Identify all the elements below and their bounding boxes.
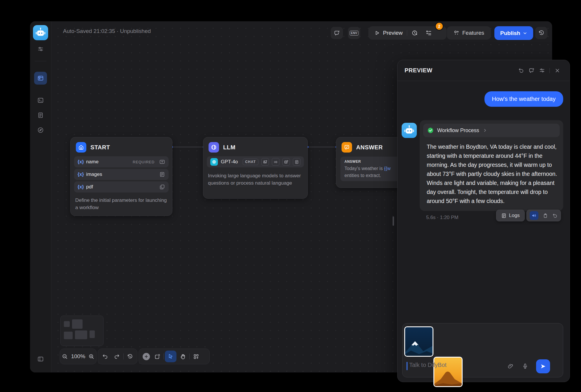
variable-braces-icon: {x}	[78, 172, 84, 177]
minimap-node	[64, 332, 73, 339]
toolbar-divider	[163, 354, 164, 359]
run-toolbar: Preview	[368, 26, 447, 40]
sidebar	[30, 21, 51, 372]
env-icon: ENV	[350, 31, 358, 36]
copy-button[interactable]	[542, 213, 548, 218]
chat-input[interactable]	[409, 361, 497, 369]
start-field-images: {x} images	[74, 169, 169, 180]
start-node-title: START	[90, 144, 110, 151]
zoom-in-button[interactable]	[86, 351, 96, 362]
app-avatar[interactable]	[33, 25, 48, 40]
window-icon	[37, 75, 44, 81]
redo-button[interactable]	[112, 351, 122, 362]
zoom-level[interactable]: 100%	[70, 353, 87, 360]
workflow-settings-button[interactable]	[34, 43, 47, 55]
template-variable: {{w	[384, 166, 391, 171]
chat-input-container	[402, 323, 563, 377]
llm-node-icon-wrap	[209, 142, 219, 153]
note-plus-icon	[154, 354, 160, 360]
attach-file-button[interactable]	[505, 361, 516, 371]
answer-node-icon-wrap	[342, 142, 352, 153]
refresh-icon	[518, 67, 524, 74]
hand-mode-button[interactable]	[178, 351, 188, 362]
change-history-button[interactable]	[125, 351, 135, 362]
mic-icon	[522, 363, 528, 369]
toolbar-divider	[189, 354, 190, 359]
undo-button[interactable]	[100, 351, 111, 362]
user-message-bubble: How's the weather today	[484, 91, 563, 107]
variable-braces-icon: {x}	[78, 159, 84, 164]
organize-nodes-button[interactable]	[191, 351, 201, 362]
zoom-in-icon	[88, 354, 94, 360]
field-name: name	[86, 159, 130, 165]
cursor-icon	[168, 354, 174, 359]
openai-logo	[210, 158, 218, 166]
send-button[interactable]	[536, 359, 550, 373]
attached-image-1[interactable]	[404, 326, 433, 357]
grid-plus-icon	[193, 354, 199, 360]
compass-icon	[37, 127, 44, 133]
text-caret	[407, 362, 407, 370]
document-capability-icon	[293, 158, 300, 166]
zoom-out-button[interactable]	[60, 351, 70, 362]
run-history-icon	[412, 30, 418, 36]
add-note-button[interactable]	[152, 351, 162, 362]
new-conversation-button[interactable]	[526, 65, 537, 76]
bot-avatar	[402, 123, 417, 138]
open-chat-button[interactable]	[331, 27, 343, 39]
llm-node-description: Invoking large language models to answer…	[203, 167, 307, 187]
edge-start-llm	[172, 147, 204, 147]
collapse-sidebar-button[interactable]	[34, 353, 47, 365]
sliders-icon	[37, 46, 44, 52]
home-icon	[78, 144, 84, 150]
node-llm[interactable]: LLM GPT-4o CHAT	[203, 137, 308, 199]
add-node-button[interactable]	[141, 351, 151, 362]
logs-button[interactable]: Logs	[496, 210, 525, 221]
mountain-image	[405, 337, 433, 356]
speak-aloud-button[interactable]	[530, 211, 538, 220]
canvas-minimap[interactable]	[60, 316, 104, 346]
play-icon	[374, 30, 380, 36]
publish-button[interactable]: Publish	[494, 26, 533, 40]
regenerate-button[interactable]	[552, 213, 558, 218]
pointer-mode-button[interactable]	[165, 351, 176, 362]
preview-resize-handle[interactable]	[393, 216, 394, 226]
send-icon	[540, 363, 546, 370]
sidebar-divider	[35, 61, 46, 61]
sidebar-item-logs[interactable]	[34, 109, 47, 122]
conversation-settings-button[interactable]	[537, 65, 547, 76]
preview-panel-header: PREVIEW	[398, 60, 570, 81]
environment-variables-button[interactable]: ENV	[348, 27, 360, 39]
restart-conversation-button[interactable]	[516, 65, 526, 76]
voice-input-button[interactable]	[520, 361, 530, 371]
file-list-icon	[159, 172, 165, 177]
message-actions	[526, 210, 561, 221]
node-start[interactable]: START {x} name REQUIRED {x} images {x}	[70, 137, 172, 216]
checklist-button[interactable]	[423, 27, 435, 39]
text-input-icon	[159, 159, 165, 165]
sidebar-item-orchestrate[interactable]	[34, 72, 47, 85]
chat-edit-icon	[334, 30, 340, 36]
run-history-button[interactable]	[409, 27, 421, 39]
llm-node-title: LLM	[223, 144, 235, 151]
required-tag: REQUIRED	[133, 160, 155, 164]
logs-label: Logs	[509, 213, 520, 218]
field-name: images	[86, 172, 157, 177]
plus-icon	[144, 354, 148, 359]
variable-braces-icon: {x}	[78, 184, 84, 190]
start-node-description: Define the initial parameters for launch…	[71, 192, 172, 211]
answer-bubble-check-icon	[344, 144, 350, 150]
close-preview-button[interactable]	[552, 65, 563, 76]
robot-icon	[403, 125, 415, 136]
features-button[interactable]: Features	[447, 26, 491, 40]
checklist-badge: 2	[435, 22, 444, 31]
workflow-process-toggle[interactable]: Workflow Process	[423, 124, 560, 137]
redo-icon	[114, 354, 120, 360]
sidebar-item-monitoring[interactable]	[34, 124, 47, 136]
model-mode-badge: CHAT	[243, 159, 258, 165]
publish-label: Publish	[500, 30, 520, 36]
preview-run-button[interactable]: Preview	[370, 30, 407, 36]
logs-icon	[501, 213, 507, 218]
version-history-button[interactable]	[535, 27, 547, 39]
sidebar-item-api[interactable]	[34, 94, 47, 107]
